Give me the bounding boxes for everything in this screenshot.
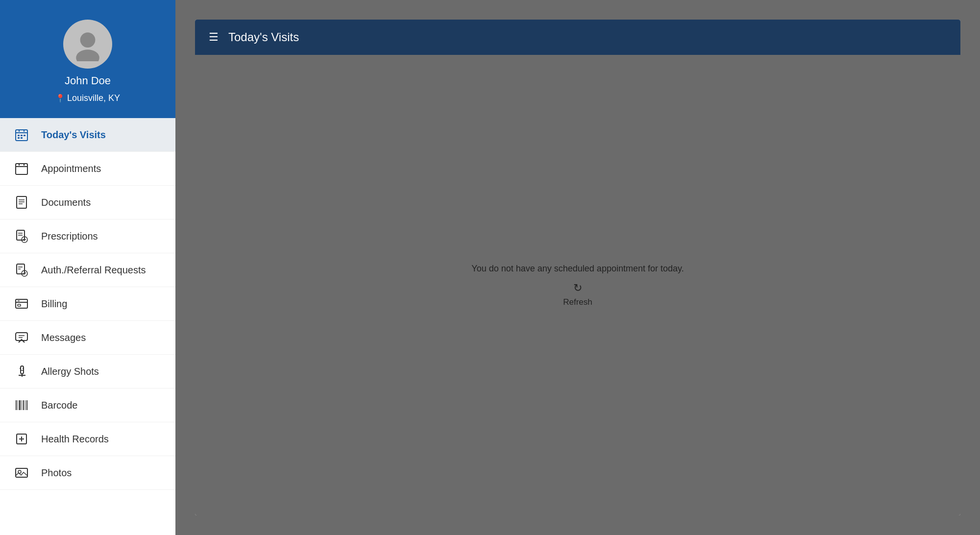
prescription-icon [14, 228, 29, 244]
main-panel: ☰ Today's Visits You do not have any sch… [195, 20, 960, 515]
photos-icon [14, 465, 29, 481]
sidebar-item-auth-referral[interactable]: Auth./Referral Requests [0, 253, 175, 287]
panel-header: ☰ Today's Visits [195, 20, 960, 55]
menu-icon[interactable]: ☰ [209, 31, 219, 44]
profile-location-text: Louisville, KY [67, 93, 120, 103]
sidebar-label-documents: Documents [41, 197, 91, 208]
sidebar-label-health-records: Health Records [41, 434, 109, 445]
sidebar: John Doe 📍 Louisville, KY [0, 0, 175, 535]
svg-rect-46 [25, 400, 25, 410]
sidebar-item-prescriptions[interactable]: Prescriptions [0, 219, 175, 253]
health-records-icon [14, 431, 29, 447]
svg-rect-10 [21, 137, 23, 139]
sidebar-item-photos[interactable]: Photos [0, 456, 175, 490]
svg-rect-6 [18, 135, 20, 136]
refresh-label: Refresh [563, 297, 592, 307]
sidebar-label-photos: Photos [41, 467, 72, 479]
refresh-button[interactable]: ↻ Refresh [563, 282, 592, 307]
sidebar-item-todays-visits[interactable]: Today's Visits [0, 118, 175, 152]
svg-rect-15 [17, 196, 26, 208]
allergy-icon [14, 364, 29, 379]
svg-rect-11 [16, 164, 27, 174]
sidebar-label-billing: Billing [41, 298, 67, 310]
sidebar-item-billing[interactable]: Billing [0, 287, 175, 321]
auth-icon [14, 262, 29, 278]
svg-rect-47 [26, 400, 27, 410]
svg-point-1 [76, 49, 99, 61]
refresh-icon: ↻ [573, 282, 582, 294]
svg-rect-45 [23, 400, 24, 410]
svg-rect-36 [21, 366, 24, 374]
location-icon: 📍 [55, 94, 65, 103]
svg-rect-43 [19, 400, 21, 410]
sidebar-label-auth-referral: Auth./Referral Requests [41, 265, 146, 276]
svg-rect-31 [18, 304, 21, 306]
svg-rect-42 [18, 400, 18, 410]
svg-rect-8 [24, 135, 25, 136]
document-icon [14, 195, 29, 210]
nav-items: Today's Visits Appointments [0, 118, 175, 535]
sidebar-item-messages[interactable]: Messages [0, 321, 175, 355]
profile-section: John Doe 📍 Louisville, KY [0, 0, 175, 118]
svg-rect-9 [18, 137, 20, 139]
messages-icon [14, 330, 29, 345]
sidebar-item-appointments[interactable]: Appointments [0, 152, 175, 186]
sidebar-item-health-records[interactable]: Health Records [0, 422, 175, 456]
sidebar-item-barcode[interactable]: Barcode [0, 389, 175, 422]
calendar-icon [14, 161, 29, 176]
svg-rect-29 [16, 299, 27, 308]
calendar-grid-icon [14, 127, 29, 143]
svg-rect-41 [16, 400, 17, 410]
sidebar-label-allergy-shots: Allergy Shots [41, 366, 99, 377]
profile-name: John Doe [65, 74, 111, 87]
main-content: ☰ Today's Visits You do not have any sch… [175, 0, 980, 535]
empty-state-message: You do not have any scheduled appointmen… [471, 264, 684, 274]
panel-title: Today's Visits [228, 30, 299, 44]
sidebar-label-todays-visits: Today's Visits [41, 129, 106, 141]
svg-point-0 [80, 32, 96, 48]
svg-rect-51 [16, 468, 27, 477]
svg-rect-44 [22, 400, 22, 410]
sidebar-label-messages: Messages [41, 332, 86, 343]
sidebar-label-barcode: Barcode [41, 400, 78, 411]
sidebar-label-prescriptions: Prescriptions [41, 231, 98, 242]
sidebar-item-documents[interactable]: Documents [0, 186, 175, 219]
sidebar-item-allergy-shots[interactable]: Allergy Shots [0, 355, 175, 389]
profile-location: 📍 Louisville, KY [55, 93, 120, 103]
panel-body: You do not have any scheduled appointmen… [195, 55, 960, 515]
avatar [63, 20, 112, 69]
barcode-icon [14, 397, 29, 413]
svg-rect-7 [21, 135, 23, 136]
billing-icon [14, 296, 29, 312]
sidebar-label-appointments: Appointments [41, 163, 101, 174]
